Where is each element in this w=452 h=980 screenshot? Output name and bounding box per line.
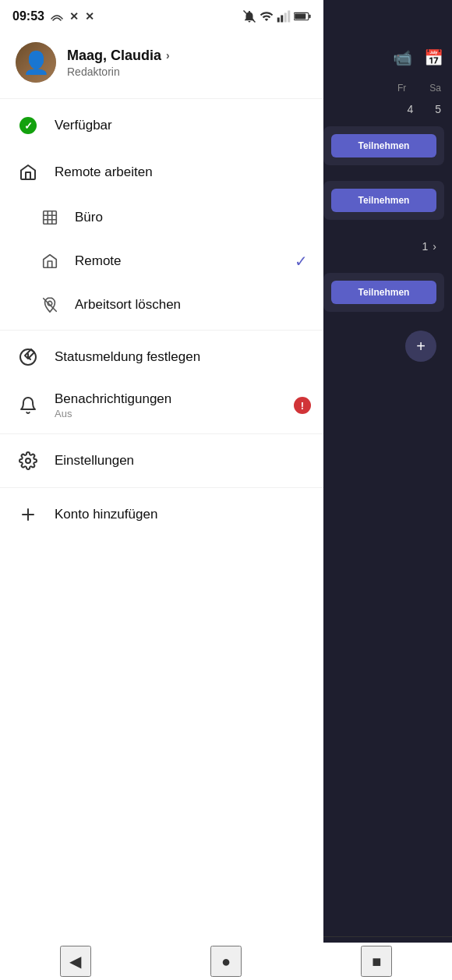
status-dot-container	[16, 113, 41, 138]
settings-icon	[16, 448, 41, 473]
bell-slash-icon	[242, 9, 256, 23]
bg-content: Teilnehmen Teilnehmen 1 › Teilnehmen +	[316, 119, 452, 936]
time-display: 09:53	[12, 9, 44, 23]
menu-item-verfuegbar[interactable]: Verfügbar	[0, 102, 323, 149]
day-num-4: 4	[407, 103, 413, 115]
day-headers: Fr Sa	[316, 76, 452, 100]
add-icon	[16, 502, 41, 527]
video-icon: 📹	[391, 47, 413, 69]
back-button[interactable]: ◀	[60, 946, 91, 977]
next-icon: ›	[433, 240, 436, 253]
meeting-card-3: Teilnehmen	[323, 273, 444, 312]
svg-rect-4	[288, 11, 290, 23]
home-icon	[16, 160, 41, 185]
avatar-image	[16, 42, 56, 83]
join-button-1[interactable]: Teilnehmen	[331, 134, 436, 157]
divider-3	[0, 433, 323, 434]
menu-item-statusmeldung[interactable]: Statusmeldung festlegen	[0, 334, 323, 380]
calendar-icon: 📅	[422, 47, 444, 69]
menu-item-remote[interactable]: Remote ✓	[0, 239, 323, 283]
remote-label: Remote	[75, 253, 122, 269]
status-right-icons	[242, 9, 311, 23]
bell-icon	[16, 393, 41, 418]
day-fr: Fr	[397, 83, 406, 94]
notification-badge: !	[294, 397, 311, 414]
day-sa: Sa	[429, 83, 441, 94]
divider-2	[0, 330, 323, 331]
day-numbers: 4 5	[316, 100, 452, 119]
menu-item-konto-hinzufuegen[interactable]: Konto hinzufügen	[0, 491, 323, 538]
home-button[interactable]: ●	[210, 946, 242, 977]
profile-info: Maag, Claudia › Redaktorin	[67, 48, 308, 78]
meeting-card-1: Teilnehmen	[323, 126, 444, 165]
bg-top-icons: 📹 📅	[316, 0, 452, 76]
checkmark-icon: ✓	[295, 252, 308, 271]
avatar	[16, 42, 56, 83]
menu-item-remote-arbeiten[interactable]: Remote arbeiten	[0, 149, 323, 196]
wifi-icon	[260, 9, 274, 23]
benachrichtigungen-sublabel: Aus	[55, 408, 171, 419]
buero-label: Büro	[75, 210, 103, 225]
signal-icon-1	[51, 10, 63, 23]
remote-arbeiten-label: Remote arbeiten	[55, 165, 153, 180]
svg-rect-2	[281, 16, 283, 23]
x-icon-1: ✕	[69, 10, 79, 23]
battery-icon	[294, 12, 311, 21]
day-num-5: 5	[435, 103, 441, 115]
status-icon	[16, 345, 41, 370]
meeting-card-2: Teilnehmen	[323, 181, 444, 220]
svg-point-12	[26, 458, 30, 463]
profile-chevron-icon: ›	[166, 49, 170, 62]
menu-item-arbeitsort-loeschen[interactable]: Arbeitsort löschen	[0, 283, 323, 327]
profile-section[interactable]: Maag, Claudia › Redaktorin	[0, 30, 323, 95]
pagination: 1 ›	[323, 235, 444, 257]
location-off-icon	[39, 294, 61, 316]
svg-rect-8	[44, 211, 57, 225]
svg-rect-1	[277, 18, 280, 23]
svg-rect-6	[295, 13, 305, 19]
benachrichtigungen-wrap: Benachrichtigungen Aus	[55, 391, 171, 419]
divider-1	[0, 98, 323, 99]
svg-rect-7	[309, 15, 310, 19]
konto-hinzufuegen-label: Konto hinzufügen	[55, 507, 157, 522]
available-dot	[19, 117, 37, 134]
drawer-menu: 09:53 ✕ ✕	[0, 0, 323, 980]
building-icon	[39, 207, 61, 228]
page-number: 1	[422, 240, 429, 253]
svg-rect-3	[284, 13, 287, 23]
recents-button[interactable]: ■	[361, 946, 392, 977]
profile-name: Maag, Claudia ›	[67, 48, 308, 64]
menu-item-buero[interactable]: Büro	[0, 196, 323, 239]
status-bar: 09:53 ✕ ✕	[0, 0, 323, 30]
verfuegbar-label: Verfügbar	[55, 118, 112, 133]
arbeitsort-loeschen-label: Arbeitsort löschen	[75, 297, 181, 313]
statusmeldung-label: Statusmeldung festlegen	[55, 349, 200, 365]
android-nav-bar: ◀ ● ■	[0, 943, 452, 980]
menu-item-einstellungen[interactable]: Einstellungen	[0, 437, 323, 484]
join-button-2[interactable]: Teilnehmen	[331, 189, 436, 212]
background-panel: 📹 📅 Fr Sa 4 5 Teilnehmen Teilnehmen 1 › …	[316, 0, 452, 980]
profile-role: Redaktorin	[67, 65, 308, 78]
remote-home-icon	[39, 250, 61, 272]
join-button-3[interactable]: Teilnehmen	[331, 281, 436, 304]
x-icon-2: ✕	[85, 10, 94, 23]
status-time: 09:53 ✕ ✕	[12, 9, 94, 23]
divider-4	[0, 487, 323, 488]
fab-button[interactable]: +	[405, 331, 436, 362]
signal-bars-icon	[277, 9, 291, 23]
benachrichtigungen-label: Benachrichtigungen	[55, 391, 171, 407]
menu-item-benachrichtigungen[interactable]: Benachrichtigungen Aus !	[0, 380, 323, 430]
einstellungen-label: Einstellungen	[55, 453, 134, 469]
